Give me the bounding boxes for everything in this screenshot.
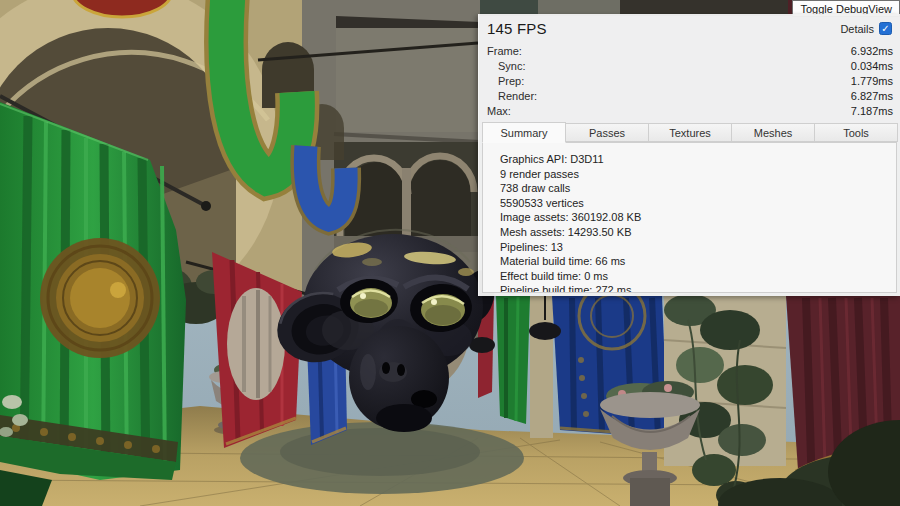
summary-line-material-build: Material build time: 66 ms xyxy=(500,254,888,269)
details-checkbox[interactable]: ✓ xyxy=(879,22,892,35)
stat-value: 0.034ms xyxy=(851,60,893,72)
details-toggle[interactable]: Details ✓ xyxy=(840,22,892,35)
stat-label: Max: xyxy=(487,105,511,117)
stat-label: Prep: xyxy=(498,75,524,87)
panel-header: 145 FPS Details ✓ xyxy=(479,14,900,41)
stat-row-prep: Prep: 1.779ms xyxy=(487,73,893,88)
tab-passes[interactable]: Passes xyxy=(565,123,649,142)
stat-value: 1.779ms xyxy=(851,75,893,87)
app-window: Toggle DebugView 145 FPS Details ✓ Frame… xyxy=(0,0,900,506)
summary-line-image-assets: Image assets: 360192.08 KB xyxy=(500,210,888,225)
debug-panel: 145 FPS Details ✓ Frame: 6.932ms Sync: 0… xyxy=(478,14,900,296)
summary-line-graphics-api: Graphics API: D3D11 xyxy=(500,152,888,167)
monkey-shadow-core xyxy=(280,428,480,476)
summary-line-effect-build: Effect build time: 0 ms xyxy=(500,269,888,284)
stat-row-frame: Frame: 6.932ms xyxy=(487,43,893,58)
tab-textures[interactable]: Textures xyxy=(648,123,732,142)
summary-line-draw-calls: 738 draw calls xyxy=(500,181,888,196)
tab-meshes[interactable]: Meshes xyxy=(731,123,815,142)
stat-value: 6.932ms xyxy=(851,45,893,57)
stat-row-max: Max: 7.187ms xyxy=(487,103,893,118)
stat-row-sync: Sync: 0.034ms xyxy=(487,58,893,73)
summary-line-render-passes: 9 render passes xyxy=(500,167,888,182)
stat-label: Sync: xyxy=(498,60,526,72)
tab-bar: Summary Passes Textures Meshes Tools xyxy=(482,123,897,143)
summary-line-pipelines: Pipelines: 13 xyxy=(500,240,888,255)
fps-counter: 145 FPS xyxy=(487,20,547,37)
summary-line-vertices: 5590533 vertices xyxy=(500,196,888,211)
summary-line-pipeline-build: Pipeline build time: 272 ms xyxy=(500,283,888,293)
tab-summary[interactable]: Summary xyxy=(482,122,566,143)
summary-line-mesh-assets: Mesh assets: 14293.50 KB xyxy=(500,225,888,240)
stat-label: Render: xyxy=(498,90,537,102)
details-label: Details xyxy=(840,23,874,35)
stat-row-render: Render: 6.827ms xyxy=(487,88,893,103)
summary-tab-content: Graphics API: D3D11 9 render passes 738 … xyxy=(482,142,897,293)
stat-label: Frame: xyxy=(487,45,522,57)
stat-value: 6.827ms xyxy=(851,90,893,102)
stat-value: 7.187ms xyxy=(851,105,893,117)
frame-stats: Frame: 6.932ms Sync: 0.034ms Prep: 1.779… xyxy=(479,41,900,118)
tab-tools[interactable]: Tools xyxy=(814,123,898,142)
